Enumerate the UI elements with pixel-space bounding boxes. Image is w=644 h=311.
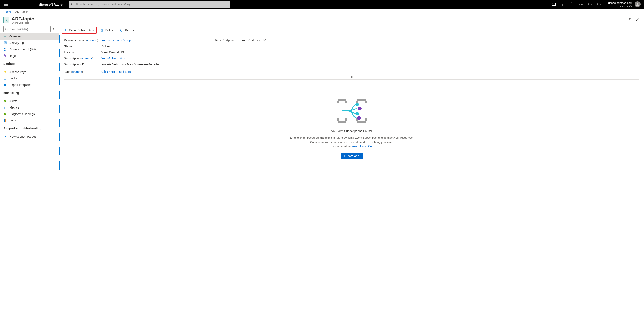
- essentials-row-subid: Subscription ID : aaaa0a0a-bb1b-cc2c-dd3…: [64, 62, 202, 68]
- nav-label: Activity log: [10, 41, 24, 44]
- hamburger-button[interactable]: [2, 0, 10, 8]
- essentials-row-rg: Resource group (change) : Your-Resource-…: [64, 37, 202, 43]
- main-panel: Event Subscription Delete Refresh Resour…: [60, 26, 644, 170]
- svg-point-5: [598, 4, 598, 4]
- resource-group-link[interactable]: Your-Resource-Group: [102, 38, 131, 42]
- access-control-icon: [4, 48, 7, 51]
- trash-icon: [100, 28, 104, 32]
- breadcrumb-home[interactable]: Home: [4, 10, 11, 13]
- svg-rect-18: [4, 84, 6, 86]
- breadcrumb: Home › ADT-topic: [0, 8, 644, 15]
- title-text-block: ADT-topic Event Grid Topic: [12, 16, 34, 24]
- user-block[interactable]: user@contoso.com CONTOSO: [608, 1, 640, 7]
- pin-icon[interactable]: [628, 18, 632, 22]
- svg-point-8: [8, 19, 8, 20]
- nav-new-support-request[interactable]: New support request: [0, 133, 59, 140]
- feedback-icon[interactable]: [597, 2, 601, 6]
- help-icon[interactable]: [588, 2, 592, 6]
- nav-activity-log[interactable]: Activity log: [0, 40, 59, 46]
- search-icon: [5, 28, 8, 31]
- event-grid-empty-icon: [336, 97, 368, 125]
- nav-access-control[interactable]: Access control (IAM): [0, 46, 59, 52]
- user-tenant: CONTOSO: [608, 4, 632, 7]
- plus-icon: [64, 29, 67, 32]
- nav-locks[interactable]: Locks: [0, 75, 59, 82]
- global-search-wrap: [69, 1, 230, 8]
- diagnostic-icon: [4, 112, 7, 116]
- svg-point-31: [356, 112, 359, 116]
- nav-header-settings: Settings: [0, 59, 59, 67]
- subscription-id-value: aaaa0a0a-bb1b-cc2c-dd3d-eeeeee4e4e4e: [102, 63, 158, 66]
- status-value: Active: [102, 44, 110, 48]
- nav-label: Export template: [10, 83, 30, 86]
- delete-button[interactable]: Delete: [98, 27, 116, 33]
- nav-label: Diagnostic settings: [10, 112, 35, 116]
- nav-logs[interactable]: Logs: [0, 117, 59, 124]
- global-search-input[interactable]: [69, 1, 230, 8]
- svg-point-30: [358, 106, 362, 110]
- nav-header-monitoring: Monitoring: [0, 88, 59, 96]
- nav-metrics[interactable]: Metrics: [0, 104, 59, 111]
- export-icon: [4, 83, 7, 86]
- nav-tags[interactable]: Tags: [0, 52, 59, 59]
- svg-point-2: [580, 4, 582, 5]
- nav-label: Overview: [10, 35, 22, 38]
- svg-rect-25: [4, 119, 5, 122]
- event-subscription-button[interactable]: Event Subscription: [62, 27, 97, 34]
- support-icon: [4, 135, 7, 138]
- svg-point-6: [600, 4, 600, 4]
- nav-label: Access keys: [10, 70, 26, 74]
- nav-search-input[interactable]: [4, 26, 50, 32]
- user-info: user@contoso.com CONTOSO: [608, 2, 632, 7]
- create-one-button[interactable]: Create one: [341, 153, 362, 159]
- subscription-link[interactable]: Your-Subscription: [102, 57, 125, 60]
- change-subscription-link[interactable]: change: [82, 57, 92, 60]
- key-icon: [4, 70, 7, 74]
- svg-rect-19: [4, 86, 6, 86]
- alerts-icon: [4, 99, 7, 103]
- nav-export-template[interactable]: Export template: [0, 82, 59, 88]
- learn-more-link[interactable]: Azure Event Grid: [352, 144, 373, 148]
- activity-log-icon: [4, 41, 7, 44]
- logs-icon: [4, 119, 7, 122]
- metrics-icon: [4, 106, 7, 109]
- top-right-icons: user@contoso.com CONTOSO: [552, 1, 642, 7]
- chevron-up-double-icon: [350, 76, 353, 78]
- svg-point-13: [4, 48, 5, 49]
- svg-rect-26: [5, 119, 6, 122]
- nav-overview[interactable]: Overview: [0, 33, 59, 40]
- command-bar: Event Subscription Delete Refresh: [60, 26, 644, 35]
- nav-label: Access control (IAM): [10, 48, 37, 51]
- nav-alerts[interactable]: Alerts: [0, 98, 59, 104]
- add-tags-link[interactable]: Click here to add tags: [102, 70, 130, 74]
- cloud-shell-icon[interactable]: [552, 2, 556, 6]
- svg-point-11: [6, 28, 7, 30]
- settings-gear-icon[interactable]: [579, 2, 583, 6]
- close-icon[interactable]: [636, 18, 639, 22]
- overview-icon: [4, 35, 7, 38]
- cmd-label: Delete: [105, 28, 114, 32]
- nav-diagnostic-settings[interactable]: Diagnostic settings: [0, 111, 59, 117]
- body-split: Overview Activity log Access control (IA…: [0, 26, 644, 170]
- essentials-row-endpoint: Topic Endpoint : Your-Endpoint-URL: [215, 37, 268, 43]
- refresh-icon: [120, 29, 123, 32]
- collapse-essentials-button[interactable]: [64, 75, 640, 80]
- hamburger-icon: [4, 3, 8, 6]
- essentials-row-status: Status : Active: [64, 43, 202, 49]
- refresh-button[interactable]: Refresh: [118, 27, 138, 33]
- filter-icon[interactable]: [561, 2, 565, 6]
- breadcrumb-current: ADT-topic: [15, 10, 28, 13]
- left-nav: Overview Activity log Access control (IA…: [0, 26, 60, 170]
- notifications-icon[interactable]: [570, 2, 574, 6]
- svg-rect-1: [552, 3, 556, 6]
- change-rg-link[interactable]: change: [87, 38, 97, 42]
- collapse-nav-button[interactable]: [52, 27, 56, 31]
- svg-rect-27: [6, 119, 6, 122]
- endpoint-value: Your-Endpoint-URL: [242, 38, 268, 42]
- svg-point-29: [356, 103, 359, 106]
- empty-state: No Event Subscriptions Found! Enable eve…: [64, 80, 640, 164]
- nav-access-keys[interactable]: Access keys: [0, 69, 59, 75]
- change-tags-link[interactable]: change: [72, 70, 82, 74]
- svg-rect-22: [5, 107, 6, 108]
- svg-point-28: [4, 135, 6, 136]
